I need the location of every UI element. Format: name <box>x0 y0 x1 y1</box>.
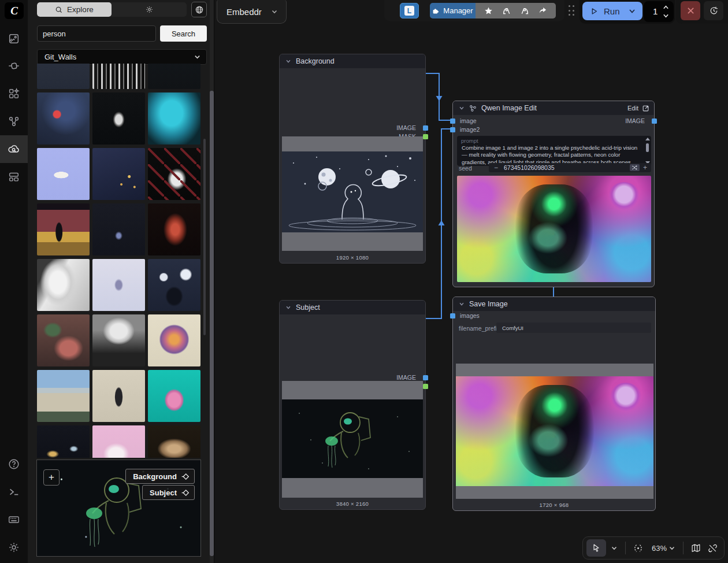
minimap-button[interactable] <box>689 543 703 553</box>
workflows-gallery-icon[interactable] <box>0 25 28 53</box>
collapse-chevron-icon[interactable] <box>459 105 465 111</box>
thumbnail-navy-room[interactable] <box>37 64 90 89</box>
seed-increment-button[interactable]: + <box>643 164 651 172</box>
run-options-chevron-icon[interactable] <box>628 7 636 15</box>
node-background-header[interactable]: Background <box>280 54 425 68</box>
edit-label[interactable]: Edit <box>627 105 638 112</box>
filename-prefix-input[interactable]: ComfyUI <box>496 323 651 333</box>
thumbnail-night-street[interactable] <box>37 425 90 458</box>
thumbnail-white-hair-boy[interactable] <box>92 314 145 366</box>
thumbnail-red-arches[interactable] <box>37 203 90 255</box>
output-port-image[interactable] <box>423 375 428 380</box>
layouts-icon[interactable] <box>0 163 28 191</box>
thumbnail-city-photo[interactable] <box>37 370 90 422</box>
image-preview[interactable] <box>282 136 423 251</box>
run-button[interactable]: Run <box>582 2 642 20</box>
qwen-preview-image[interactable] <box>457 176 651 282</box>
cloud-search-icon[interactable] <box>0 135 28 163</box>
stepper-up-icon[interactable] <box>663 5 669 10</box>
seed-widget[interactable]: − 673451026098035 + <box>489 163 651 172</box>
batch-count-value[interactable]: 1 <box>653 6 658 16</box>
output-port-mask[interactable] <box>423 134 428 139</box>
node-subject-header[interactable]: Subject <box>280 301 425 314</box>
prompt-scrollbar[interactable] <box>645 136 651 165</box>
comfyui-logo[interactable]: C <box>5 2 24 19</box>
output-port-image[interactable] <box>423 125 428 131</box>
chevron-down-icon[interactable] <box>271 8 278 15</box>
thumbnail-red-anatomy[interactable] <box>148 203 200 255</box>
output-port-image[interactable] <box>652 118 657 124</box>
templates-icon[interactable] <box>0 80 28 108</box>
graph-icon[interactable] <box>0 108 28 135</box>
dataset-select[interactable]: Git_Walls <box>37 49 207 65</box>
toggle-links-button[interactable] <box>705 543 720 553</box>
thumbnail-bw-girl-red-x[interactable] <box>148 148 200 200</box>
seed-value[interactable]: 673451026098035 <box>504 164 630 171</box>
select-tool-button[interactable] <box>586 539 606 557</box>
output-port-mask[interactable] <box>423 384 428 389</box>
batch-count-box[interactable]: 1 <box>644 1 674 22</box>
thumbnail-cozy-room[interactable] <box>37 314 90 366</box>
thumbnail-periwinkle-card[interactable] <box>37 148 90 200</box>
cancel-button[interactable] <box>681 1 700 20</box>
node-save-image[interactable]: Save Image images filename_prefix ComfyU… <box>452 297 656 511</box>
toolbar-drag-handle[interactable] <box>569 5 577 17</box>
manager-button[interactable]: Manager <box>430 3 476 18</box>
globe-button[interactable] <box>191 2 207 17</box>
image-preview[interactable] <box>456 364 653 499</box>
search-button[interactable]: Search <box>160 25 207 42</box>
litegraph-toggle-button[interactable]: L <box>400 3 419 18</box>
node-save-header[interactable]: Save Image <box>453 297 655 311</box>
subject-assign-button[interactable]: Subject <box>142 485 195 500</box>
external-link-icon[interactable] <box>642 105 649 112</box>
calligraphy-icon-b[interactable] <box>520 6 529 16</box>
seed-decrement-button[interactable]: − <box>489 164 504 172</box>
input-port-image2[interactable] <box>450 127 455 132</box>
thumbnail-pink-soft[interactable] <box>92 425 145 458</box>
tool-options-chevron[interactable] <box>608 545 620 551</box>
thumbnail-beige-figure[interactable] <box>92 370 145 422</box>
share-icon[interactable] <box>538 6 547 15</box>
stepper-down-icon[interactable] <box>663 13 669 18</box>
input-port-image[interactable] <box>450 118 455 124</box>
thumbnail-teal-monster[interactable] <box>148 370 200 422</box>
explore-settings-button[interactable] <box>112 2 187 17</box>
grid-scrollbar[interactable] <box>203 139 206 335</box>
thumbnail-black-tiny-figure[interactable] <box>92 92 145 145</box>
search-input[interactable] <box>37 25 156 42</box>
thumbnail-teal-face[interactable] <box>148 92 200 145</box>
image-preview[interactable] <box>282 381 423 498</box>
history-button[interactable] <box>704 1 723 20</box>
thumbnail-sunset-circle[interactable] <box>148 314 200 366</box>
nodes-icon[interactable] <box>0 52 28 80</box>
thumbnail-bw-streaks[interactable] <box>92 64 145 89</box>
help-icon[interactable] <box>0 450 28 478</box>
prompt-textarea[interactable]: prompt Combine image 1 and image 2 into … <box>457 136 651 166</box>
seed-randomize-button[interactable] <box>630 164 640 171</box>
thumbnail-rainy-night-girl[interactable] <box>92 148 145 200</box>
star-icon[interactable] <box>484 6 493 15</box>
workflow-tab[interactable]: Embeddr <box>217 0 287 24</box>
collapse-chevron-icon[interactable] <box>285 58 291 64</box>
collapse-chevron-icon[interactable] <box>285 305 291 310</box>
node-background[interactable]: Background IMAGE MASK 1920 × 1080 <box>279 54 426 264</box>
keyboard-icon[interactable] <box>0 506 28 534</box>
collapse-chevron-icon[interactable] <box>459 301 465 307</box>
thumbnail-teal-sketch[interactable] <box>148 64 200 89</box>
node-qwen-header[interactable]: Qwen Image Edit Edit <box>453 101 654 115</box>
thumbnail-navy-anime-glow[interactable] <box>37 92 90 145</box>
add-source-button[interactable]: + <box>43 469 60 486</box>
thumbnail-pale-lavender[interactable] <box>92 259 145 311</box>
thumbnail-dark-violet-min[interactable] <box>92 203 145 255</box>
fit-view-button[interactable] <box>631 543 645 553</box>
thumbnail-sepia-hands[interactable] <box>148 425 200 458</box>
thumbnail-space-head[interactable] <box>148 259 200 311</box>
settings-gear-icon[interactable] <box>0 534 28 561</box>
input-port-images[interactable] <box>450 313 455 318</box>
terminal-icon[interactable] <box>0 478 28 506</box>
node-subject[interactable]: Subject IMAGE MASK 3840 × 2160 <box>279 300 426 510</box>
background-assign-button[interactable]: Background <box>125 469 195 484</box>
calligraphy-icon-a[interactable] <box>502 6 511 16</box>
node-qwen-image-edit[interactable]: Qwen Image Edit Edit image image2 IMAGE … <box>452 101 655 287</box>
zoom-control[interactable]: 63% <box>648 544 678 553</box>
